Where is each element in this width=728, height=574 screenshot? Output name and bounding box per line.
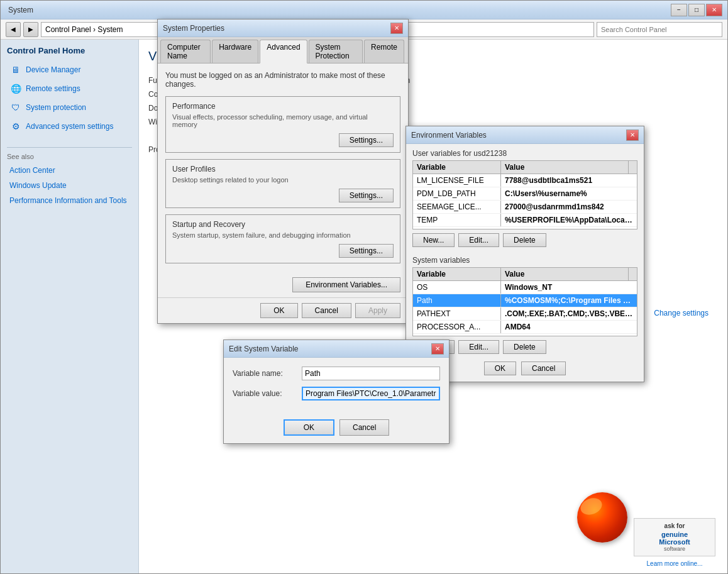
genuine-software: software bbox=[638, 546, 711, 552]
tab-system-protection[interactable]: System Protection bbox=[309, 40, 363, 63]
cp-titlebar: System − □ ✕ bbox=[1, 1, 727, 19]
system-val-col-header: Value bbox=[501, 268, 628, 280]
user-var-name-1: LM_LICENSE_FILE bbox=[413, 174, 501, 187]
user-var-row-3[interactable]: SEEMAGE_LICE... 27000@usdanrmmd1ms842 bbox=[413, 201, 637, 214]
address-text: Control Panel › System bbox=[45, 25, 123, 34]
genuine-text: ask for bbox=[638, 522, 711, 529]
user-profiles-title: User Profiles bbox=[172, 165, 394, 174]
env-cancel-button[interactable]: Cancel bbox=[521, 362, 566, 375]
user-var-val-4: %USERPROFILE%\AppData\Local\Temp bbox=[501, 214, 637, 226]
user-var-row-4[interactable]: TEMP %USERPROFILE%\AppData\Local\Temp bbox=[413, 214, 637, 227]
change-settings-link[interactable]: Change settings bbox=[654, 309, 709, 317]
sidebar-item-remote-settings[interactable]: 🌐 Remote settings bbox=[7, 80, 132, 97]
remote-settings-icon: 🌐 bbox=[9, 82, 22, 95]
tab-hardware[interactable]: Hardware bbox=[212, 40, 258, 63]
sidebar-item-advanced-settings[interactable]: ⚙ Advanced system settings bbox=[7, 118, 132, 135]
performance-settings-button[interactable]: Settings... bbox=[339, 133, 394, 147]
env-ok-button[interactable]: OK bbox=[484, 362, 516, 375]
user-new-button[interactable]: New... bbox=[412, 233, 455, 247]
maximize-button[interactable]: □ bbox=[688, 4, 705, 16]
user-vars-section-title: User variables for usd21238 bbox=[406, 144, 644, 160]
see-also-title: See also bbox=[7, 153, 132, 160]
learn-more[interactable]: Learn more online... bbox=[634, 559, 715, 568]
system-edit-button[interactable]: Edit... bbox=[458, 340, 499, 354]
user-var-name-4: TEMP bbox=[413, 214, 501, 226]
cancel-button[interactable]: Cancel bbox=[302, 303, 351, 318]
forward-button[interactable]: ▶ bbox=[23, 22, 38, 37]
globe-highlight bbox=[578, 495, 604, 517]
cp-title: System bbox=[8, 6, 671, 14]
user-delete-button[interactable]: Delete bbox=[503, 233, 546, 247]
sidebar-item-device-manager[interactable]: 🖥 Device Manager bbox=[7, 62, 132, 78]
performance-desc: Visual effects, processor scheduling, me… bbox=[172, 113, 394, 128]
var-name-input[interactable] bbox=[302, 367, 440, 380]
system-var-name-3: PATHEXT bbox=[413, 307, 501, 320]
tab-remote[interactable]: Remote bbox=[364, 40, 404, 63]
user-var-row-1[interactable]: LM_LICENSE_FILE 7788@usdbtlbca1ms521 bbox=[413, 174, 637, 187]
sidebar-item-action-center[interactable]: Action Center bbox=[7, 164, 132, 177]
startup-recovery-settings-button[interactable]: Settings... bbox=[339, 244, 394, 258]
edit-var-footer: OK Cancel bbox=[224, 416, 449, 443]
user-vars-body: LM_LICENSE_FILE 7788@usdbtlbca1ms521 PDM… bbox=[413, 174, 637, 227]
genuine-badge-area: ask for genuine Microsoft software Learn… bbox=[634, 518, 715, 568]
admin-note: You must be logged on as an Administrato… bbox=[165, 71, 400, 89]
minimize-button[interactable]: − bbox=[671, 4, 687, 16]
var-name-row: Variable name: bbox=[233, 367, 440, 380]
close-button[interactable]: ✕ bbox=[706, 4, 722, 16]
tab-computer-name[interactable]: Computer Name bbox=[160, 40, 211, 63]
ok-button[interactable]: OK bbox=[260, 303, 297, 318]
system-var-row-3[interactable]: PATHEXT .COM;.EXE;.BAT;.CMD;.VBS;.VBE;.J… bbox=[413, 307, 637, 321]
system-delete-button[interactable]: Delete bbox=[503, 340, 546, 354]
sidebar-item-system-protection[interactable]: 🛡 System protection bbox=[7, 99, 132, 116]
user-vars-buttons: New... Edit... Delete bbox=[406, 229, 644, 251]
system-var-row-1[interactable]: OS Windows_NT bbox=[413, 281, 637, 294]
system-vars-table: Variable Value OS Windows_NT Path %COSMO… bbox=[412, 267, 637, 336]
user-var-val-2: C:\Users\%username% bbox=[501, 187, 637, 200]
system-table-scrollbar[interactable] bbox=[628, 268, 637, 280]
windows-logo bbox=[577, 492, 627, 543]
edit-var-titlebar: Edit System Variable ✕ bbox=[224, 340, 449, 358]
user-profiles-settings-button[interactable]: Settings... bbox=[339, 189, 394, 202]
user-var-row-2[interactable]: PDM_LDB_PATH C:\Users\%username% bbox=[413, 187, 637, 201]
desktop: System − □ ✕ ◀ ▶ Control Panel › System … bbox=[0, 0, 728, 574]
windows-globe bbox=[577, 492, 627, 543]
system-var-val-1: Windows_NT bbox=[501, 281, 637, 294]
environment-variables-button[interactable]: Environment Variables... bbox=[292, 277, 400, 292]
performance-title: Performance bbox=[172, 102, 394, 111]
learn-more-link[interactable]: Learn more online... bbox=[647, 560, 703, 567]
sys-props-footer: OK Cancel Apply bbox=[158, 297, 408, 323]
user-edit-button[interactable]: Edit... bbox=[458, 233, 499, 247]
var-value-input[interactable] bbox=[302, 387, 440, 400]
edit-cancel-button[interactable]: Cancel bbox=[339, 419, 389, 436]
user-var-col-header: Variable bbox=[413, 161, 501, 174]
system-vars-header: Variable Value bbox=[413, 268, 637, 281]
user-var-val-3: 27000@usdanrmmd1ms842 bbox=[501, 201, 637, 213]
edit-var-close-button[interactable]: ✕ bbox=[431, 343, 444, 355]
edit-var-title: Edit System Variable bbox=[229, 345, 431, 353]
sys-props-title: System Properties bbox=[163, 24, 390, 33]
user-vars-table: Variable Value LM_LICENSE_FILE 7788@usdb… bbox=[412, 160, 637, 229]
advanced-settings-icon: ⚙ bbox=[9, 120, 22, 133]
system-vars-section-title: System variables bbox=[406, 251, 644, 267]
cp-sidebar: Control Panel Home 🖥 Device Manager 🌐 Re… bbox=[1, 40, 139, 573]
performance-tools-label: Performance Information and Tools bbox=[9, 196, 127, 205]
sidebar-item-windows-update[interactable]: Windows Update bbox=[7, 179, 132, 192]
system-var-name-1: OS bbox=[413, 281, 501, 294]
var-value-row: Variable value: bbox=[233, 387, 440, 400]
search-input[interactable] bbox=[597, 22, 722, 37]
tab-advanced[interactable]: Advanced bbox=[260, 40, 307, 63]
apply-button[interactable]: Apply bbox=[355, 303, 400, 318]
user-profiles-desc: Desktop settings related to your logon bbox=[172, 176, 394, 184]
system-var-row-4[interactable]: PROCESSOR_A... AMD64 bbox=[413, 321, 637, 334]
system-var-row-2[interactable]: Path %COSMOSM%;C:\Program Files (x86)\..… bbox=[413, 294, 637, 307]
sidebar-item-performance-tools[interactable]: Performance Information and Tools bbox=[7, 194, 132, 207]
user-table-scrollbar[interactable] bbox=[628, 161, 637, 174]
sys-props-close-button[interactable]: ✕ bbox=[390, 23, 403, 34]
env-vars-close-button[interactable]: ✕ bbox=[626, 130, 639, 141]
edit-ok-button[interactable]: OK bbox=[284, 419, 334, 436]
genuine-badge: ask for genuine Microsoft software bbox=[634, 518, 715, 556]
system-properties-dialog: System Properties ✕ Computer Name Hardwa… bbox=[157, 19, 409, 324]
change-settings[interactable]: Change settings bbox=[654, 309, 709, 317]
back-button[interactable]: ◀ bbox=[6, 22, 21, 37]
windows-update-label: Windows Update bbox=[9, 181, 67, 190]
